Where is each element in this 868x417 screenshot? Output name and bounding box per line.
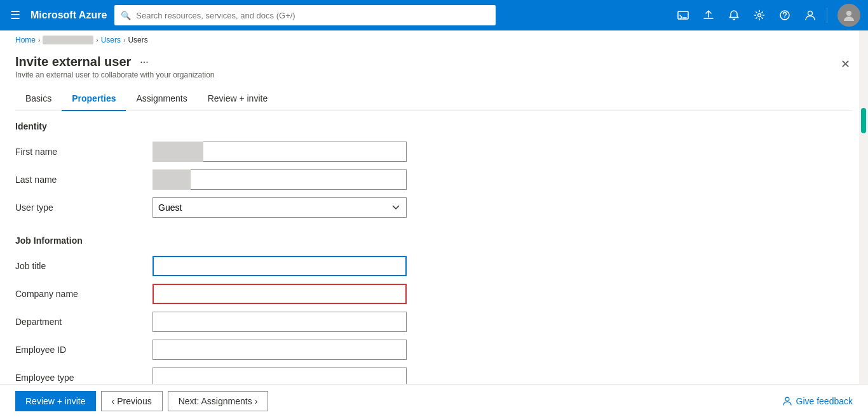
breadcrumb-tenant — [43, 36, 93, 44]
job-information-title: Job Information — [15, 235, 853, 246]
tab-review[interactable]: Review + invite — [198, 87, 278, 111]
next-assignments-button[interactable]: Next: Assignments › — [168, 391, 269, 404]
tab-assignments[interactable]: Assignments — [126, 87, 197, 111]
breadcrumb-sep-2: › — [96, 37, 98, 44]
section-gap — [15, 225, 853, 235]
tabs: Basics Properties Assignments Review + i… — [15, 87, 853, 111]
last-name-input-wrapper — [153, 169, 407, 190]
svg-point-6 — [785, 397, 789, 401]
last-name-input[interactable] — [153, 169, 407, 190]
job-title-row: Job title — [15, 256, 853, 276]
job-information-section: Job Information Job title Company name D… — [15, 235, 853, 388]
tab-basics[interactable]: Basics — [15, 87, 62, 111]
help-icon[interactable] — [773, 4, 796, 27]
employee-id-input[interactable] — [153, 340, 407, 360]
first-name-row: First name — [15, 142, 853, 162]
tab-properties[interactable]: Properties — [62, 87, 126, 111]
nav-separator — [827, 8, 827, 23]
company-name-label: Company name — [15, 289, 142, 299]
page-title-area: Invite external user ··· Invite an exter… — [15, 55, 215, 79]
department-input[interactable] — [153, 312, 407, 332]
close-button[interactable]: ✕ — [838, 55, 853, 74]
previous-label: Previous — [117, 396, 151, 404]
chevron-left-icon: ‹ — [112, 396, 115, 404]
page-header: Invite external user ··· Invite an exter… — [15, 50, 853, 82]
review-invite-button[interactable]: Review + invite — [15, 391, 96, 404]
search-input[interactable] — [136, 11, 489, 20]
chevron-right-icon: › — [255, 396, 258, 404]
company-name-input[interactable] — [153, 284, 407, 304]
identity-section: Identity First name Last name User ty — [15, 121, 853, 218]
job-title-input[interactable] — [153, 256, 407, 276]
azure-logo: Microsoft Azure — [31, 10, 107, 21]
next-assignments-label: Next: Assignments — [179, 396, 252, 404]
user-type-select[interactable]: Guest Member — [153, 197, 407, 218]
company-name-row: Company name — [15, 284, 853, 304]
page-title-text: Invite external user — [15, 55, 131, 69]
department-row: Department — [15, 312, 853, 332]
previous-button[interactable]: ‹ Previous — [101, 391, 163, 404]
department-label: Department — [15, 317, 142, 327]
svg-point-1 — [758, 14, 761, 17]
give-feedback-label: Give feedback — [796, 396, 853, 404]
employee-id-row: Employee ID — [15, 340, 853, 360]
form-content: Identity First name Last name User ty — [15, 111, 853, 403]
breadcrumb-home[interactable]: Home — [15, 36, 36, 44]
feedback-nav-icon[interactable] — [799, 4, 822, 27]
breadcrumb-sep-3: › — [123, 37, 125, 44]
bottom-bar: Review + invite ‹ Previous Next: Assignm… — [0, 384, 868, 403]
last-name-blur — [153, 169, 191, 190]
first-name-blur — [153, 142, 203, 162]
bell-icon[interactable] — [722, 4, 745, 27]
scrollbar-thumb[interactable] — [861, 108, 866, 133]
main-content: Invite external user ··· Invite an exter… — [0, 50, 868, 403]
user-type-row: User type Guest Member — [15, 197, 853, 218]
employee-type-label: Employee type — [15, 373, 142, 383]
hamburger-icon[interactable]: ☰ — [8, 6, 23, 25]
last-name-label: Last name — [15, 175, 142, 185]
gear-icon[interactable] — [748, 4, 771, 27]
last-name-row: Last name — [15, 169, 853, 190]
nav-icons — [672, 4, 860, 27]
top-navigation: ☰ Microsoft Azure 🔍 — [0, 0, 868, 30]
employee-id-label: Employee ID — [15, 345, 142, 355]
breadcrumb-users1[interactable]: Users — [101, 36, 121, 44]
breadcrumb: Home › › Users › Users — [0, 30, 868, 50]
search-icon: 🔍 — [121, 11, 131, 20]
ellipsis-button[interactable]: ··· — [136, 55, 152, 69]
page-title-row: Invite external user ··· — [15, 55, 215, 69]
first-name-label: First name — [15, 147, 142, 157]
give-feedback-button[interactable]: Give feedback — [782, 396, 853, 404]
feedback-icon — [782, 396, 792, 404]
upload-icon[interactable] — [697, 4, 720, 27]
cloud-shell-icon[interactable] — [672, 4, 695, 27]
first-name-input-wrapper — [153, 142, 407, 162]
identity-section-title: Identity — [15, 121, 853, 131]
svg-point-5 — [846, 11, 851, 16]
user-type-label: User type — [15, 202, 142, 213]
scrollbar[interactable] — [859, 30, 868, 403]
svg-point-3 — [784, 17, 785, 18]
breadcrumb-sep-1: › — [38, 37, 40, 44]
svg-point-4 — [808, 11, 813, 16]
avatar[interactable] — [837, 4, 860, 27]
job-title-label: Job title — [15, 261, 142, 271]
page-subtitle: Invite an external user to collaborate w… — [15, 70, 215, 79]
search-bar: 🔍 — [114, 5, 496, 25]
breadcrumb-users2: Users — [128, 36, 147, 44]
